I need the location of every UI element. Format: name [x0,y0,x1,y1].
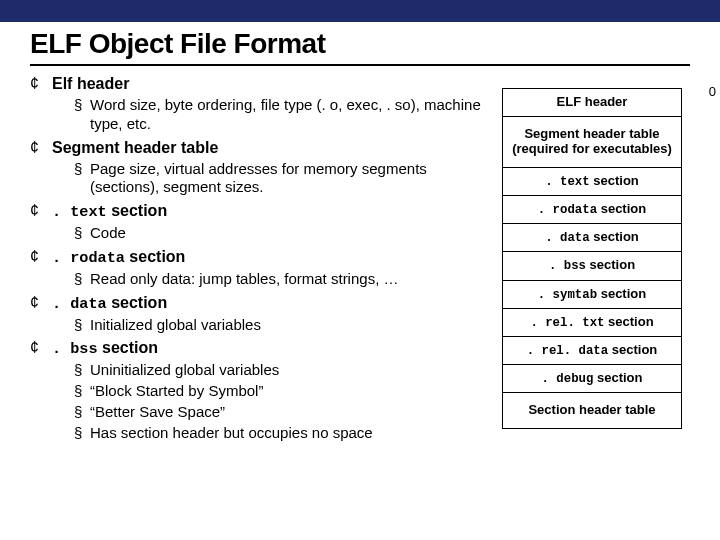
diagram-row-mono: . rel. data [527,344,608,358]
bullet-item: . text sectionCode [30,201,490,243]
diagram-row-mono: . rel. txt [530,316,604,330]
diagram-row-mono: . debug [542,372,594,386]
diagram-row-post: section [597,286,646,301]
diagram-row: ELF header [503,89,681,117]
heading-post: section [107,294,167,311]
bullet-item: Elf headerWord size, byte ordering, file… [30,74,490,134]
sub-bullet: Word size, byte ordering, file type (. o… [74,96,490,134]
bullet-item: . data sectionInitialized global variabl… [30,293,490,335]
diagram-row: Section header table [503,393,681,428]
diagram-row: . debug section [503,365,681,393]
diagram-row: . data section [503,224,681,252]
diagram-row-mono: . text [545,175,589,189]
bullet-heading: . text section [30,201,490,222]
sub-bullet: Uninitialized global variables [74,361,490,380]
bullet-heading: . data section [30,293,490,314]
sub-bullet: “Block Started by Symbol” [74,382,490,401]
diagram-row: . rodata section [503,196,681,224]
heading-mono: . rodata [52,249,125,267]
diagram-row-post: section [590,229,639,244]
diagram-row-post: section [597,201,646,216]
diagram-row: . symtab section [503,281,681,309]
diagram-row: . bss section [503,252,681,280]
offset-zero-label: 0 [709,84,716,99]
diagram-row-post: section [590,173,639,188]
heading-mono: . text [52,203,107,221]
diagram-row-mono: . rodata [538,203,597,217]
bullet-heading: Segment header table [30,138,490,158]
heading-text: Elf header [52,75,129,92]
bullet-item: . rodata sectionRead only data: jump tab… [30,247,490,289]
bullet-heading: . bss section [30,338,490,359]
elf-layout-diagram: ELF headerSegment header table (required… [502,88,682,429]
diagram-row-text: ELF header [557,94,628,109]
heading-text: Segment header table [52,139,218,156]
diagram-row-post: section [593,370,642,385]
sub-bullet: Has section header but occupies no space [74,424,490,443]
diagram-row-mono: . data [545,231,589,245]
diagram-column: 0 ELF headerSegment header table (requir… [502,74,702,446]
diagram-row-post: section [586,257,635,272]
diagram-row: . rel. txt section [503,309,681,337]
page-title: ELF Object File Format [0,22,720,62]
diagram-row-mono: . symtab [538,288,597,302]
diagram-row-text: Section header table [528,402,655,417]
diagram-row-mono: . bss [549,259,586,273]
diagram-row-text: Segment header table (required for execu… [512,126,672,156]
sub-bullet: Read only data: jump tables, format stri… [74,270,490,289]
sub-bullet: Code [74,224,490,243]
diagram-row-post: section [604,314,653,329]
title-rule [30,64,690,66]
heading-post: section [125,248,185,265]
bullet-item: . bss sectionUninitialized global variab… [30,338,490,442]
heading-post: section [107,202,167,219]
bullet-heading: . rodata section [30,247,490,268]
diagram-row: . text section [503,168,681,196]
top-bar [0,0,720,22]
bullet-heading: Elf header [30,74,490,94]
bullet-item: Segment header tablePage size, virtual a… [30,138,490,198]
bullet-column: Elf headerWord size, byte ordering, file… [30,74,502,446]
diagram-row: Segment header table (required for execu… [503,117,681,168]
heading-post: section [98,339,158,356]
sub-bullet: “Better Save Space” [74,403,490,422]
content-area: Elf headerWord size, byte ordering, file… [0,74,720,446]
sub-bullet: Initialized global variables [74,316,490,335]
sub-bullet: Page size, virtual addresses for memory … [74,160,490,198]
diagram-row-post: section [608,342,657,357]
heading-mono: . bss [52,340,98,358]
diagram-row: . rel. data section [503,337,681,365]
heading-mono: . data [52,295,107,313]
